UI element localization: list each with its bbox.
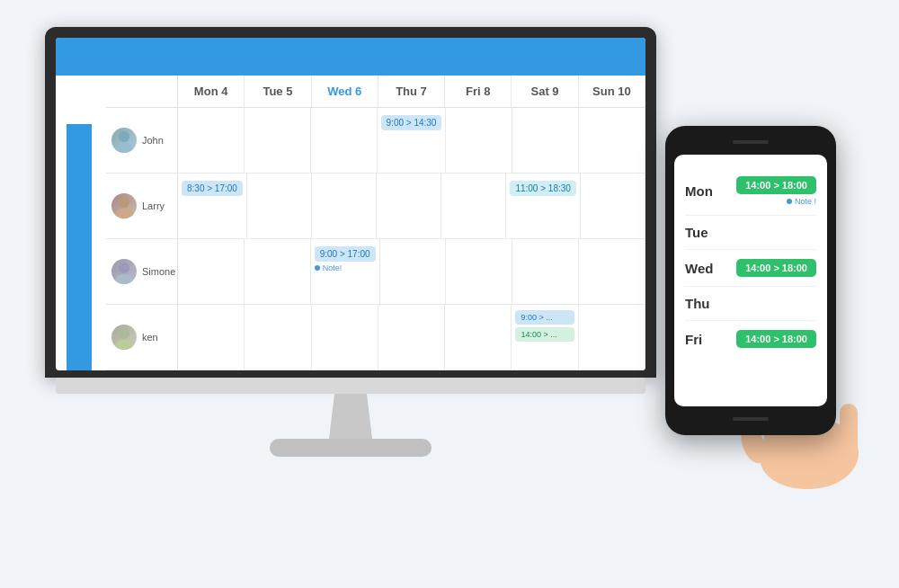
cal-cell-john-wed — [311, 108, 378, 173]
cal-label-larry: Larry — [106, 174, 178, 238]
phone-home-indicator — [733, 417, 769, 421]
cal-header-wed6: Wed 6 — [312, 76, 378, 107]
scene: Mon 4 Tue 5 Wed 6 Thu 7 Fri 8 Sat 9 Sun … — [0, 0, 899, 588]
shift-john-thu: 9:00 > 14:30 — [381, 115, 442, 130]
cal-cell-simone-sat — [512, 239, 579, 304]
svg-point-0 — [119, 131, 129, 142]
cal-header-mon4: Mon 4 — [178, 76, 245, 107]
cal-cell-john-fri — [446, 108, 512, 173]
cal-cell-john-sat — [512, 108, 579, 173]
monitor-neck — [324, 394, 378, 439]
phone: Mon 14:00 > 18:00 Note ! Tue — [665, 126, 836, 435]
cal-cell-ken-thu — [378, 305, 445, 370]
cal-cell-larry-fri — [441, 174, 506, 238]
cal-header-tue5: Tue 5 — [245, 76, 311, 107]
phone-shift-wed: 14:00 > 18:00 — [736, 259, 816, 277]
cal-header-empty — [106, 76, 178, 107]
note-simone-wed: Note! — [315, 263, 376, 272]
cal-header-sun10: Sun 10 — [579, 76, 645, 107]
avatar-larry — [111, 193, 137, 218]
cal-header-thu7: Thu 7 — [378, 76, 445, 107]
cal-cell-simone-tue — [245, 239, 311, 304]
cal-label-john: John — [106, 108, 178, 173]
shift-ken-sat2: 14:00 > ... — [515, 327, 574, 342]
avatar-john — [111, 128, 137, 153]
svg-point-3 — [115, 209, 133, 218]
cal-cell-ken-wed — [312, 305, 378, 370]
phone-row-thu: Thu — [685, 287, 816, 321]
avatar-ken — [111, 325, 137, 350]
cal-cell-simone-thu — [380, 239, 447, 304]
monitor-base — [270, 439, 432, 457]
cal-cell-ken-mon — [178, 305, 245, 370]
cal-header-fri8: Fri 8 — [445, 76, 512, 107]
shift-larry-sat: 11:00 > 18:30 — [510, 181, 575, 196]
phone-screen: Mon 14:00 > 18:00 Note ! Tue — [674, 155, 827, 406]
cal-cell-ken-sun — [579, 305, 645, 370]
svg-point-14 — [760, 426, 850, 489]
cal-cell-larry-tue — [247, 174, 312, 238]
name-ken: ken — [142, 332, 158, 343]
monitor-chin — [56, 378, 645, 394]
monitor: Mon 4 Tue 5 Wed 6 Thu 7 Fri 8 Sat 9 Sun … — [45, 27, 656, 457]
avatar-simone — [111, 259, 137, 284]
cal-cell-simone-wed: 9:00 > 17:00 Note! — [311, 239, 380, 304]
cal-cell-larry-wed — [312, 174, 377, 238]
cal-cell-larry-thu — [377, 174, 441, 238]
svg-point-2 — [119, 197, 129, 208]
cal-row-larry: Larry 8:30 > 17:00 11:00 > 18:30 — [106, 174, 645, 239]
name-simone: Simone — [142, 266, 175, 277]
calendar: Mon 4 Tue 5 Wed 6 Thu 7 Fri 8 Sat 9 Sun … — [106, 76, 645, 370]
phone-day-thu: Thu — [685, 296, 721, 311]
monitor-screen: Mon 4 Tue 5 Wed 6 Thu 7 Fri 8 Sat 9 Sun … — [56, 38, 645, 370]
phone-shift-mon: 14:00 > 18:00 Note ! — [736, 176, 816, 206]
svg-point-1 — [115, 143, 133, 153]
svg-point-7 — [115, 340, 133, 350]
shift-ken-sat1: 9:00 > ... — [515, 310, 574, 325]
cal-cell-john-thu: 9:00 > 14:30 — [378, 108, 447, 173]
cal-header-sat9: Sat 9 — [512, 76, 578, 107]
cal-cell-john-mon — [178, 108, 245, 173]
phone-day-mon: Mon — [685, 183, 721, 199]
calendar-header: Mon 4 Tue 5 Wed 6 Thu 7 Fri 8 Sat 9 Sun … — [106, 76, 645, 108]
phone-shift-fri: 14:00 > 18:00 — [736, 330, 816, 348]
cal-row-simone: Simone 9:00 > 17:00 Note! — [106, 239, 645, 305]
svg-point-4 — [119, 263, 129, 273]
phone-note-mon: Note ! — [787, 197, 816, 206]
cal-row-ken: ken 9:00 > ... 14:00 > ... — [106, 305, 645, 370]
phone-badge-mon: 14:00 > 18:00 — [736, 176, 816, 194]
cal-cell-simone-mon — [178, 239, 245, 304]
cal-row-john: John 9:00 > 14:30 — [106, 108, 645, 174]
name-larry: Larry — [142, 200, 165, 211]
phone-row-tue: Tue — [685, 216, 816, 250]
name-john: John — [142, 135, 164, 146]
cal-cell-john-sun — [579, 108, 645, 173]
phone-row-wed: Wed 14:00 > 18:00 — [685, 250, 816, 287]
phone-day-fri: Fri — [685, 332, 721, 347]
phone-note-dot-mon — [787, 199, 792, 204]
monitor-bezel: Mon 4 Tue 5 Wed 6 Thu 7 Fri 8 Sat 9 Sun … — [45, 27, 656, 378]
cal-cell-ken-sat: 9:00 > ... 14:00 > ... — [512, 305, 578, 370]
cal-label-ken: ken — [106, 305, 178, 370]
phone-row-fri: Fri 14:00 > 18:00 — [685, 321, 816, 357]
monitor-top-bar — [56, 38, 645, 76]
phone-day-tue: Tue — [685, 225, 721, 240]
phone-wrapper: Mon 14:00 > 18:00 Note ! Tue — [665, 126, 863, 435]
phone-badge-fri: 14:00 > 18:00 — [736, 330, 816, 348]
phone-day-wed: Wed — [685, 261, 721, 276]
cal-cell-ken-fri — [445, 305, 512, 370]
svg-point-5 — [115, 274, 133, 284]
cal-cell-larry-mon: 8:30 > 17:00 — [178, 174, 247, 238]
note-dot — [315, 265, 320, 271]
cal-cell-larry-sat: 11:00 > 18:30 — [506, 174, 580, 238]
cal-cell-john-tue — [245, 108, 311, 173]
phone-row-mon: Mon 14:00 > 18:00 Note ! — [685, 167, 816, 216]
phone-badge-wed: 14:00 > 18:00 — [736, 259, 816, 277]
cal-cell-larry-sun — [581, 174, 645, 238]
shift-simone-wed: 9:00 > 17:00 — [315, 246, 376, 262]
cal-cell-simone-fri — [446, 239, 512, 304]
shift-larry-mon: 8:30 > 17:00 — [182, 181, 243, 196]
phone-notch — [733, 140, 769, 144]
cal-cell-ken-tue — [245, 305, 311, 370]
svg-point-6 — [119, 328, 129, 339]
